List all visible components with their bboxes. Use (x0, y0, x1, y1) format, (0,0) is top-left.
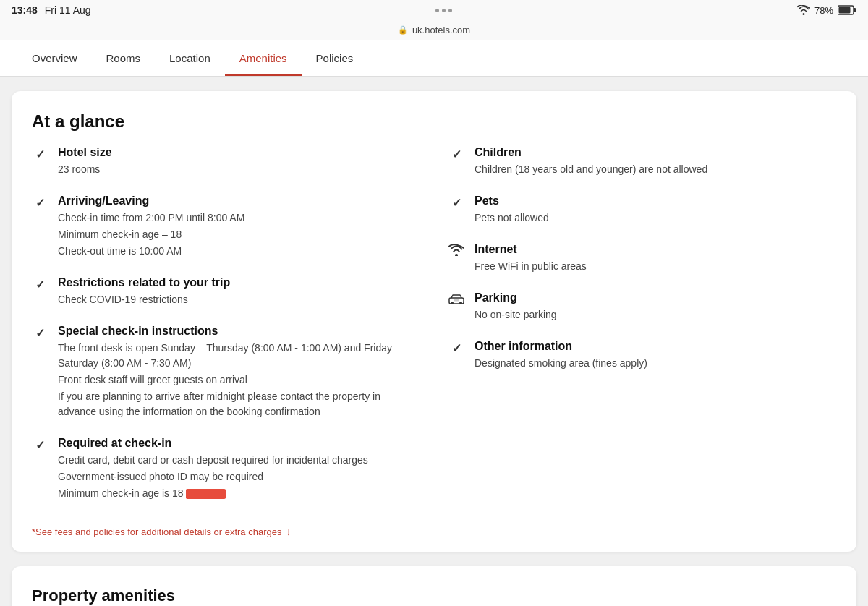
check-icon-pets: ✓ (448, 196, 464, 210)
hotel-size-detail: 23 rooms (58, 162, 112, 177)
internet-item: Internet Free WiFi in public areas (448, 243, 836, 276)
left-column: ✓ Hotel size 23 rooms ✓ Arriving/Leaving… (32, 146, 420, 518)
status-date: Fri 11 Aug (45, 4, 91, 16)
required-detail-1: Government-issued photo ID may be requir… (58, 469, 368, 485)
tab-location[interactable]: Location (155, 40, 225, 76)
page-content: At a glance ✓ Hotel size 23 rooms ✓ Arri… (0, 77, 868, 606)
lock-icon: 🔒 (398, 25, 408, 35)
children-item: ✓ Children Children (18 years old and yo… (448, 146, 836, 179)
required-detail-2: Minimum check-in age is 18 (58, 486, 368, 501)
status-bar: 13:48 Fri 11 Aug 78% (0, 0, 868, 20)
children-heading: Children (475, 146, 707, 159)
restrictions-detail: Check COVID-19 restrictions (58, 292, 230, 307)
battery-level: 78% (814, 5, 833, 16)
required-checkin-item: ✓ Required at check-in Credit card, debi… (32, 437, 420, 503)
internet-heading: Internet (475, 243, 587, 256)
at-a-glance-title: At a glance (32, 111, 836, 132)
tab-rooms[interactable]: Rooms (92, 40, 156, 76)
hotel-size-heading: Hotel size (58, 146, 112, 159)
special-checkin-item: ✓ Special check-in instructions The fron… (32, 325, 420, 421)
required-detail-0: Credit card, debit card or cash deposit … (58, 453, 368, 468)
parking-item: Parking No on-site parking (448, 291, 836, 324)
arriving-detail-2: Check-out time is 10:00 AM (58, 244, 244, 259)
internet-detail: Free WiFi in public areas (475, 259, 587, 274)
special-checkin-detail-1: Front desk staff will greet guests on ar… (58, 372, 420, 388)
svg-rect-2 (838, 7, 850, 14)
property-amenities-title: Property amenities (32, 586, 836, 605)
other-info-detail: Designated smoking area (fines apply) (475, 356, 647, 371)
tab-amenities[interactable]: Amenities (225, 40, 302, 76)
restrictions-heading: Restrictions related to your trip (58, 276, 230, 289)
pets-heading: Pets (475, 195, 549, 208)
parking-heading: Parking (475, 291, 557, 304)
check-icon-restrictions: ✓ (32, 278, 48, 291)
footnote-text: *See fees and policies for additional de… (32, 526, 281, 537)
redacted-block (186, 489, 226, 499)
arriving-leaving-item: ✓ Arriving/Leaving Check-in time from 2:… (32, 195, 420, 260)
check-icon-children: ✓ (448, 148, 464, 161)
url-text: uk.hotels.com (412, 25, 470, 35)
status-center (435, 9, 452, 12)
other-info-item: ✓ Other information Designated smoking a… (448, 340, 836, 372)
tab-overview[interactable]: Overview (17, 40, 92, 76)
wifi-status-icon (797, 5, 810, 15)
footnote: *See fees and policies for additional de… (32, 518, 836, 537)
down-arrow-icon: ↓ (286, 526, 291, 537)
children-detail: Children (18 years old and younger) are … (475, 162, 707, 177)
property-amenities-section: Property amenities 🍴 Food and drink Cont… (12, 566, 856, 606)
hotel-size-item: ✓ Hotel size 23 rooms (32, 146, 420, 179)
pets-item: ✓ Pets Pets not allowed (448, 195, 836, 227)
special-checkin-detail-2: If you are planning to arrive after midn… (58, 389, 420, 419)
check-icon-other: ✓ (448, 341, 464, 355)
special-checkin-heading: Special check-in instructions (58, 325, 420, 338)
arriving-heading: Arriving/Leaving (58, 195, 244, 208)
arriving-detail-0: Check-in time from 2:00 PM until 8:00 AM (58, 210, 244, 226)
address-bar: 🔒 uk.hotels.com (0, 20, 868, 40)
parking-detail: No on-site parking (475, 307, 557, 323)
arriving-detail-1: Minimum check-in age – 18 (58, 227, 244, 242)
special-checkin-detail-0: The front desk is open Sunday – Thursday… (58, 341, 420, 371)
check-icon-required: ✓ (32, 438, 48, 452)
svg-point-4 (451, 302, 454, 304)
pets-detail: Pets not allowed (475, 210, 549, 226)
battery-icon (838, 5, 856, 15)
check-icon-hotel-size: ✓ (32, 148, 48, 161)
status-right: 78% (797, 5, 856, 16)
restrictions-item: ✓ Restrictions related to your trip Chec… (32, 276, 420, 309)
tab-policies[interactable]: Policies (302, 40, 368, 76)
nav-tabs: Overview Rooms Location Amenities Polici… (0, 40, 868, 77)
other-info-heading: Other information (475, 340, 647, 353)
right-column: ✓ Children Children (18 years old and yo… (448, 146, 836, 518)
check-icon-arriving: ✓ (32, 196, 48, 210)
svg-rect-6 (454, 299, 459, 302)
at-a-glance-card: At a glance ✓ Hotel size 23 rooms ✓ Arri… (12, 91, 856, 552)
status-time: 13:48 (12, 4, 38, 16)
car-icon (448, 293, 464, 308)
amenities-grid: ✓ Hotel size 23 rooms ✓ Arriving/Leaving… (32, 146, 836, 518)
check-icon-special: ✓ (32, 326, 48, 340)
wifi-icon (448, 244, 464, 258)
svg-rect-1 (854, 8, 856, 12)
required-checkin-heading: Required at check-in (58, 437, 368, 450)
svg-point-5 (459, 302, 462, 304)
property-amenities-card: Property amenities 🍴 Food and drink Cont… (12, 566, 856, 606)
